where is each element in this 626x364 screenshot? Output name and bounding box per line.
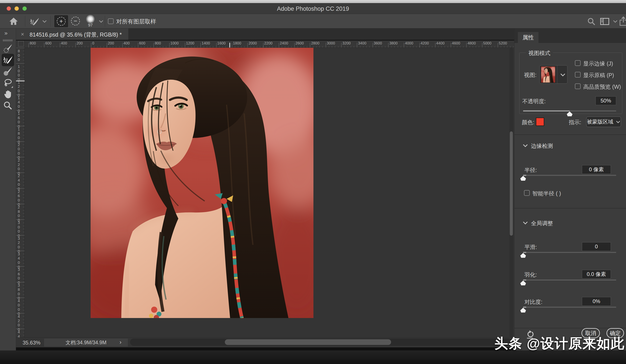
refine-edge-brush-tool[interactable] bbox=[2, 54, 14, 66]
opacity-slider-thumb[interactable] bbox=[567, 111, 573, 116]
ruler-label: 1 8 0 0 bbox=[18, 127, 20, 144]
ruler-label: 4 0 0 0 bbox=[18, 299, 20, 316]
refine-edge-brush-tool-icon[interactable] bbox=[29, 17, 40, 26]
lasso-tool[interactable] bbox=[2, 77, 14, 89]
ruler-label: 4200 bbox=[421, 41, 429, 46]
ruler-origin-icon bbox=[18, 41, 24, 46]
document-tab[interactable]: × 814516.psd @ 35.6% (背景, RGB/8) * bbox=[16, 29, 128, 40]
zoom-tool[interactable] bbox=[2, 99, 14, 112]
smart-radius-checkbox[interactable] bbox=[524, 190, 530, 196]
subtract-from-selection-button[interactable]: − bbox=[71, 17, 80, 25]
ruler-tick bbox=[200, 43, 201, 48]
add-to-selection-button[interactable]: + bbox=[54, 15, 68, 28]
workspace-icon[interactable] bbox=[600, 18, 610, 25]
ruler-tick bbox=[29, 43, 29, 48]
home-icon[interactable] bbox=[9, 17, 18, 26]
divider bbox=[514, 328, 626, 328]
ruler-label: 3 4 0 0 bbox=[18, 252, 20, 269]
indicates-dropdown[interactable]: 被蒙版区域 bbox=[586, 117, 621, 127]
close-tab-icon[interactable]: × bbox=[21, 31, 24, 38]
ruler-tick bbox=[16, 313, 25, 313]
tool-options-bar: + − 97 对所有图层取样 bbox=[0, 14, 626, 29]
smooth-slider-thumb[interactable] bbox=[520, 253, 526, 258]
ruler-tick bbox=[435, 43, 435, 48]
feather-value-field[interactable]: 0.0 像素 bbox=[582, 270, 611, 279]
canvas-viewport[interactable] bbox=[25, 48, 514, 337]
vertical-scrollbar-thumb[interactable] bbox=[510, 132, 513, 236]
sample-all-layers-checkbox[interactable] bbox=[108, 18, 114, 24]
contrast-value-field[interactable]: 0% bbox=[582, 297, 611, 306]
collapse-panel-icon[interactable]: » bbox=[4, 30, 7, 36]
status-expand-icon[interactable]: › bbox=[119, 339, 121, 346]
horizontal-scrollbar-thumb[interactable] bbox=[225, 339, 391, 345]
quick-selection-tool[interactable] bbox=[2, 42, 14, 55]
hand-tool[interactable] bbox=[2, 88, 14, 100]
smooth-label: 平滑: bbox=[524, 244, 537, 251]
edge-detection-chevron-icon[interactable] bbox=[523, 144, 528, 147]
view-mode-legend: 视图模式 bbox=[526, 49, 553, 57]
search-icon[interactable] bbox=[587, 17, 596, 26]
document-tab-title: 814516.psd @ 35.6% (背景, RGB/8) * bbox=[30, 31, 122, 38]
share-icon[interactable] bbox=[619, 16, 626, 26]
cursor-position-marker bbox=[230, 43, 230, 48]
radius-slider-thumb[interactable] bbox=[520, 176, 526, 181]
brush-preview-icon[interactable] bbox=[86, 15, 95, 23]
view-thumbnail bbox=[541, 66, 555, 83]
smooth-value-field[interactable]: 0 bbox=[582, 242, 611, 251]
opacity-value-field[interactable]: 50% bbox=[595, 96, 616, 105]
ruler-label: 3800 bbox=[389, 41, 398, 46]
brush-size-chevron-icon[interactable] bbox=[99, 20, 104, 23]
vertical-ruler: 8 0 01 0 0 01 2 0 01 4 0 01 6 0 01 8 0 0… bbox=[16, 48, 25, 337]
tool-flyout-indicator bbox=[11, 86, 13, 88]
contrast-slider[interactable] bbox=[523, 305, 616, 312]
document-image[interactable] bbox=[91, 48, 313, 318]
ruler-label: 3 0 0 0 bbox=[18, 221, 20, 238]
properties-panel: 属性 视图模式 视图: 显示边缘 (J) 显示原稿 (P) 高品质预览 (W) … bbox=[514, 29, 626, 350]
ruler-tick bbox=[154, 43, 154, 48]
overlay-color-swatch[interactable] bbox=[536, 118, 544, 126]
document-tab-bar: × 814516.psd @ 35.6% (背景, RGB/8) * bbox=[16, 29, 514, 40]
radius-value-field[interactable]: 0 像素 bbox=[582, 165, 611, 174]
feather-slider-thumb[interactable] bbox=[520, 281, 526, 285]
color-label: 颜色: bbox=[522, 119, 534, 126]
show-original-checkbox[interactable] bbox=[575, 72, 581, 77]
global-adjust-chevron-icon[interactable] bbox=[523, 221, 528, 225]
smooth-slider[interactable] bbox=[523, 251, 616, 257]
global-adjust-title[interactable]: 全局调整 bbox=[531, 220, 553, 227]
ruler-label: 600 bbox=[45, 41, 51, 46]
ruler-label: 1 0 0 0 bbox=[18, 65, 20, 82]
brush-size-value[interactable]: 97 bbox=[85, 23, 96, 28]
tool-dropdown-chevron-icon[interactable] bbox=[42, 20, 47, 23]
radius-slider[interactable] bbox=[523, 173, 616, 180]
document-size-field[interactable]: 文档:34.9M/34.9M bbox=[44, 339, 128, 346]
show-original-label: 显示原稿 (P) bbox=[583, 72, 614, 79]
ruler-label: 1 2 0 0 bbox=[18, 80, 20, 98]
ruler-tick bbox=[16, 79, 25, 79]
high-quality-preview-checkbox[interactable] bbox=[575, 83, 581, 89]
ruler-corner[interactable] bbox=[16, 40, 25, 48]
properties-tab[interactable]: 属性 bbox=[518, 32, 539, 43]
radius-label: 半径: bbox=[524, 166, 537, 174]
ruler-label: 2600 bbox=[295, 41, 304, 46]
view-label: 视图: bbox=[524, 71, 537, 79]
contrast-slider-thumb[interactable] bbox=[520, 308, 526, 313]
edge-detection-title[interactable]: 边缘检测 bbox=[531, 142, 553, 150]
ruler-tick bbox=[16, 157, 25, 157]
vertical-scrollbar[interactable] bbox=[509, 48, 513, 337]
ruler-label: 800 bbox=[155, 41, 161, 46]
zoom-level[interactable]: 35.63% bbox=[23, 340, 40, 346]
feather-slider[interactable] bbox=[523, 278, 616, 285]
cursor-position-marker bbox=[16, 81, 25, 81]
view-mode-selector[interactable] bbox=[539, 65, 567, 84]
photoshop-window: Adobe Photoshop CC 2019 + − 97 对所有 bbox=[0, 0, 626, 364]
horizontal-scrollbar[interactable] bbox=[130, 338, 512, 346]
ruler-tick bbox=[16, 110, 25, 110]
show-edge-checkbox[interactable] bbox=[575, 60, 581, 66]
brush-tool[interactable] bbox=[2, 65, 14, 77]
ruler-label: 1000 bbox=[170, 41, 179, 46]
view-chevron-icon bbox=[560, 73, 565, 76]
opacity-label: 不透明度: bbox=[522, 98, 546, 105]
workspace-chevron-icon[interactable] bbox=[613, 20, 618, 23]
opacity-slider[interactable] bbox=[523, 109, 616, 116]
panel-grip-icon[interactable] bbox=[3, 39, 13, 41]
